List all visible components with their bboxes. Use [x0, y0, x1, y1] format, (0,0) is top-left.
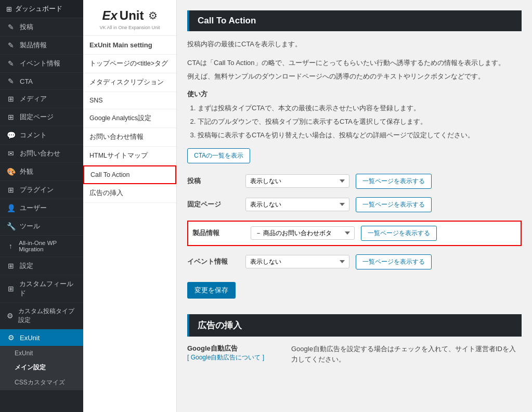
sidebar-item-contact[interactable]: ✉ お問い合わせ [0, 145, 83, 163]
appearance-icon: 🎨 [6, 168, 16, 176]
sidebar-item-label: 外観 [20, 167, 33, 176]
form-label-fixed-pages: 固定ページ [187, 200, 239, 209]
logo-unit-text: Unit [120, 8, 144, 23]
users-icon: 👤 [6, 204, 16, 212]
allinone-icon: ↑ [6, 242, 15, 250]
submenu-exunit[interactable]: ExUnit [0, 346, 83, 360]
tools-icon: 🔧 [6, 222, 16, 230]
nav-call-to-action[interactable]: Call To Action [83, 165, 176, 184]
sidebar-item-custompost[interactable]: ⚙ カスタム投稿タイプ設定 [0, 303, 83, 329]
form-row-fixed-pages: 固定ページ 表示しない 一覧ページを表示する [187, 197, 522, 212]
sidebar-header-label: ダッシュボード [15, 4, 62, 14]
form-row-posts: 投稿 表示しない 一覧ページを表示する [187, 174, 522, 189]
cta-description-3: 例えば、無料サンプルのダウンロードページへの誘導のためのテキストやリンクボタンな… [187, 71, 522, 82]
sidebar-item-tools[interactable]: 🔧 ツール [0, 217, 83, 236]
sidebar-header: ⊞ ダッシュボード [0, 0, 83, 18]
events-icon: ✎ [6, 59, 16, 68]
sidebar-item-label: イベント情報 [20, 59, 60, 68]
cta-list-button[interactable]: CTAの一覧を表示 [187, 148, 250, 163]
sidebar-item-label: CTA [20, 78, 33, 85]
submenu-main-settings[interactable]: メイン設定 [0, 360, 83, 375]
customfields-icon: ⊞ [6, 285, 15, 293]
google-ad-link[interactable]: [ Google自動広告について ] [187, 353, 281, 362]
form-row-products: 製品情報 表示しない－ 商品のお問い合わせボタ 一覧ページを表示する [187, 221, 522, 246]
sidebar-item-settings[interactable]: ⊞ 設定 [0, 257, 83, 275]
nav-meta-desc[interactable]: メタディスクリプション [83, 73, 176, 92]
nav-ad-insert[interactable]: 広告の挿入 [83, 184, 176, 203]
google-ad-row: Google自動広告 [ Google自動広告について ] Google自動広告… [187, 344, 522, 366]
sidebar-item-plugins[interactable]: ⊞ プラグイン [0, 181, 83, 199]
events-list-button[interactable]: 一覧ページを表示する [356, 254, 432, 269]
submenu-css[interactable]: CSSカスタマイズ [0, 375, 83, 390]
form-row-events: イベント情報 表示しない 一覧ページを表示する [187, 254, 522, 269]
usage-list: まずは投稿タイプCTAで、本文の最後に表示させたい内容を登録します。 下記のプル… [187, 103, 522, 140]
usage-title: 使い方 [187, 89, 522, 99]
logo-subtitle: VK All in One Expansion Unit [89, 25, 170, 30]
exunit-logo: ExUnit ⚙ [89, 8, 170, 23]
sidebar-item-appearance[interactable]: 🎨 外観 [0, 163, 83, 181]
sidebar-item-label: 製品情報 [20, 41, 47, 50]
form-label-products: 製品情報 [192, 228, 244, 238]
nav-sns[interactable]: SNS [83, 92, 176, 109]
dashboard-icon: ⊞ [6, 5, 12, 13]
sidebar-item-events[interactable]: ✎ イベント情報 [0, 55, 83, 73]
nav-top-title[interactable]: トップページの<title>タグ [83, 55, 176, 73]
form-select-fixed-pages[interactable]: 表示しない [245, 198, 349, 211]
google-ad-description: Google自動広告を設定する場合はチェックを入れて、サイト運営者IDを入力して… [291, 344, 522, 366]
usage-step-2: 下記のプルダウンで、投稿タイプ別に表示するCTAを選択して保存します。 [198, 117, 522, 127]
sidebar-item-label: コメント [20, 131, 47, 140]
google-ad-link-anchor[interactable]: [ Google自動広告について ] [187, 354, 264, 361]
cta-section-header: Call To Action [187, 10, 522, 31]
nav-google-analytics[interactable]: Google Analytics設定 [83, 109, 176, 128]
exunit-submenu: ExUnit メイン設定 CSSカスタマイズ [0, 346, 83, 390]
form-select-events[interactable]: 表示しない [245, 255, 349, 268]
sidebar-item-label: カスタム投稿タイプ設定 [18, 307, 77, 325]
sidebar-item-label: 固定ページ [20, 112, 54, 122]
sidebar-item-products[interactable]: ✎ 製品情報 [0, 36, 83, 55]
custompost-icon: ⚙ [6, 312, 14, 320]
bracket-close: ] [261, 354, 264, 361]
pages-icon: ⊞ [6, 113, 16, 121]
sidebar-item-exunit[interactable]: ⚙ ExUnit [0, 329, 83, 346]
sidebar-item-allinone[interactable]: ↑ All-in-One WP Migration [0, 236, 83, 257]
sidebar-item-label: 設定 [20, 261, 33, 271]
sidebar-item-media[interactable]: ⊞ メディア [0, 90, 83, 108]
sidebar-item-cta[interactable]: ✎ CTA [0, 73, 83, 90]
google-ad-label-area: Google自動広告 [ Google自動広告について ] [187, 344, 281, 366]
save-button[interactable]: 変更を保存 [187, 282, 236, 299]
ad-section-header: 広告の挿入 [187, 314, 522, 337]
exunit-logo-area: ExUnit ⚙ VK All in One Expansion Unit [83, 0, 176, 36]
products-icon: ✎ [6, 41, 16, 49]
sidebar: ⊞ ダッシュボード ✎ 投稿 ✎ 製品情報 ✎ イベント情報 ✎ CTA ⊞ メ… [0, 0, 83, 412]
sidebar-item-pages[interactable]: ⊞ 固定ページ [0, 108, 83, 126]
sidebar-item-customfields[interactable]: ⊞ カスタムフィールド [0, 275, 83, 303]
nav-html-sitemap[interactable]: HTMLサイトマップ [83, 147, 176, 165]
fixed-pages-list-button[interactable]: 一覧ページを表示する [356, 197, 432, 212]
sidebar-item-label: カスタムフィールド [19, 279, 77, 298]
settings-icon: ⊞ [6, 262, 16, 270]
main-area: ExUnit ⚙ VK All in One Expansion Unit Ex… [83, 0, 532, 412]
sidebar-item-label: メディア [20, 94, 47, 104]
sidebar-item-posts[interactable]: ✎ 投稿 [0, 18, 83, 36]
usage-step-1: まずは投稿タイプCTAで、本文の最後に表示させたい内容を登録します。 [198, 103, 522, 114]
nav-contact-form[interactable]: お問い合わせ情報 [83, 128, 176, 147]
logo-ex-text: Ex [102, 8, 117, 23]
left-panel: ExUnit ⚙ VK All in One Expansion Unit Ex… [83, 0, 177, 412]
form-select-posts[interactable]: 表示しない [245, 174, 349, 188]
form-label-posts: 投稿 [187, 176, 239, 186]
form-label-events: イベント情報 [187, 257, 239, 266]
form-select-products[interactable]: 表示しない－ 商品のお問い合わせボタ [251, 226, 355, 240]
contact-icon: ✉ [6, 149, 16, 158]
usage-step-3: 投稿毎に表示するCTAを切り替えたい場合は、投稿などの詳細ページで設定してくださ… [198, 130, 522, 141]
sidebar-item-label: All-in-One WP Migration [19, 240, 77, 252]
exunit-icon: ⚙ [6, 333, 16, 342]
google-ad-link-text: Google自動広告について [191, 354, 261, 361]
products-list-button[interactable]: 一覧ページを表示する [361, 226, 437, 241]
sidebar-item-comments[interactable]: 💬 コメント [0, 126, 83, 145]
google-ad-label: Google自動広告 [187, 344, 281, 353]
comments-icon: 💬 [6, 131, 16, 139]
sidebar-item-users[interactable]: 👤 ユーザー [0, 199, 83, 217]
content-area: Call To Action 投稿内容の最後にCTAを表示します。 CTAは「C… [177, 0, 532, 412]
posts-list-button[interactable]: 一覧ページを表示する [356, 174, 432, 189]
cta-description-2: CTAは「Call To Action」の略で、ユーザーにとってもらいたい行動へ… [187, 57, 522, 69]
